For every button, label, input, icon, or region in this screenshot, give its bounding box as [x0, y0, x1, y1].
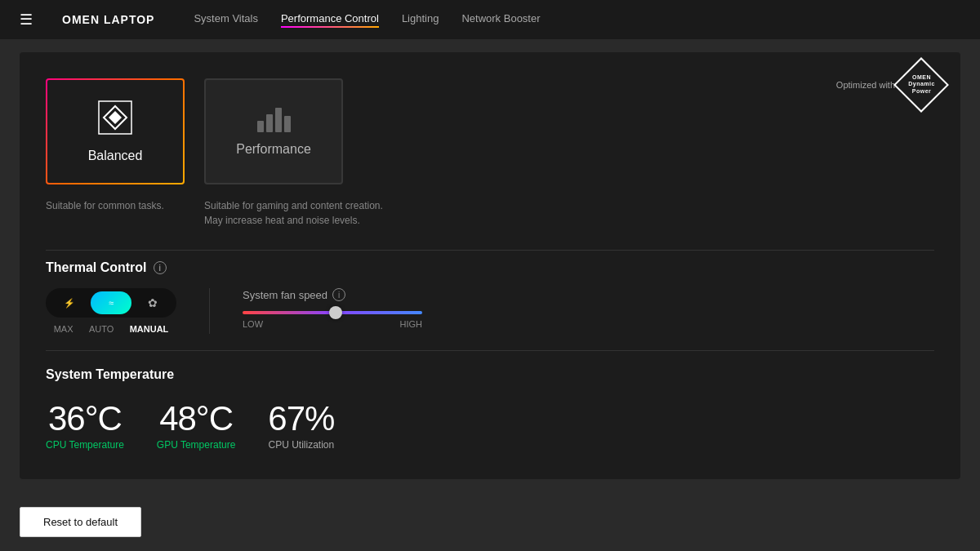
toggle-label-manual: MANUAL	[130, 324, 169, 334]
fan-slider-minmax: LOW HIGH	[243, 319, 422, 329]
nav-links: System Vitals Performance Control Lighti…	[194, 12, 540, 28]
cpu-temp-label: CPU Temperature	[46, 439, 124, 451]
fan-slider-track	[243, 311, 422, 314]
cpu-util-label: CPU Utilization	[269, 439, 335, 451]
section-divider-1	[46, 250, 934, 251]
nav-performance-control[interactable]: Performance Control	[281, 12, 379, 28]
cpu-temp-value: 36°C	[48, 402, 122, 436]
system-temp-title: System Temperature	[46, 367, 934, 382]
thermal-left: ⚡ ≈ ✿ MAX AUTO MANUAL	[46, 288, 210, 334]
performance-description: Suitable for gaming and content creation…	[204, 200, 383, 226]
main-wrapper: Optimized with OMEN Dynamic Power	[0, 39, 980, 492]
omen-diamond-logo: OMEN Dynamic Power	[893, 57, 949, 113]
performance-label: Performance	[236, 142, 311, 157]
mode-card-balanced[interactable]: Balanced	[46, 78, 185, 184]
nav-lighting[interactable]: Lighting	[402, 12, 439, 28]
toggle-auto[interactable]: ≈	[91, 291, 132, 314]
fan-speed-info-icon[interactable]: i	[332, 288, 345, 301]
toggle-manual[interactable]: ✿	[131, 291, 173, 314]
gpu-temp-label: GPU Temperature	[157, 439, 236, 451]
reset-button[interactable]: Reset to default	[20, 507, 141, 537]
omen-logo-line3: Power	[908, 88, 935, 95]
performance-modes: Balanced Performance	[46, 78, 934, 184]
omen-logo-line2: Dynamic	[908, 82, 935, 88]
toggle-auto-label: ≈	[109, 298, 114, 308]
section-divider-2	[46, 350, 934, 351]
fan-slider-thumb	[329, 306, 342, 319]
top-navigation: ☰ OMEN LAPTOP System Vitals Performance …	[0, 0, 980, 39]
toggle-label-auto: AUTO	[89, 324, 114, 334]
thermal-section-title: Thermal Control i	[46, 260, 934, 275]
performance-icon	[257, 106, 291, 132]
temp-cpu: 36°C CPU Temperature	[46, 402, 124, 451]
optimized-text: Optimized with	[836, 79, 895, 91]
balanced-icon	[97, 100, 133, 139]
omen-logo-line1: OMEN	[908, 74, 935, 81]
system-temp-title-text: System Temperature	[46, 367, 174, 382]
temp-gpu: 48°C GPU Temperature	[157, 402, 236, 451]
thermal-title-text: Thermal Control	[46, 260, 147, 275]
brand-name: OMEN LAPTOP	[62, 13, 154, 26]
mode-card-performance[interactable]: Performance	[204, 78, 343, 184]
fan-speed-max: HIGH	[400, 319, 423, 329]
thermal-info-icon[interactable]: i	[154, 261, 167, 274]
gpu-temp-value: 48°C	[159, 402, 233, 436]
balanced-label: Balanced	[88, 149, 143, 163]
cpu-util-value: 67%	[268, 402, 334, 436]
toggle-manual-icon: ✿	[148, 296, 158, 309]
fan-speed-label-text: System fan speed	[243, 289, 327, 301]
footer-bar: Reset to default	[0, 492, 980, 551]
temp-row: 36°C CPU Temperature 48°C GPU Temperatur…	[46, 402, 934, 451]
fan-slider-container[interactable]: LOW HIGH	[243, 311, 422, 329]
thermal-row: ⚡ ≈ ✿ MAX AUTO MANUAL	[46, 288, 934, 334]
balanced-description: Suitable for common tasks.	[46, 200, 164, 211]
temp-cpu-util: 67% CPU Utilization	[268, 402, 334, 451]
svg-marker-2	[109, 111, 122, 124]
optimized-badge: Optimized with OMEN Dynamic Power	[836, 65, 941, 104]
nav-network-booster[interactable]: Network Booster	[461, 12, 540, 28]
toggle-labels: MAX AUTO MANUAL	[46, 324, 176, 334]
nav-system-vitals[interactable]: System Vitals	[194, 12, 258, 28]
toggle-label-max: MAX	[54, 324, 74, 334]
thermal-right: System fan speed i LOW HIGH	[210, 288, 934, 329]
toggle-max-label: ⚡	[64, 298, 75, 309]
content-panel: Optimized with OMEN Dynamic Power	[20, 52, 960, 479]
fan-speed-label: System fan speed i	[243, 288, 934, 301]
thermal-toggle-group[interactable]: ⚡ ≈ ✿	[46, 288, 176, 318]
omen-diamond-inner: OMEN Dynamic Power	[908, 74, 935, 95]
fan-speed-min: LOW	[243, 319, 263, 329]
toggle-max[interactable]: ⚡	[49, 291, 91, 314]
hamburger-icon[interactable]: ☰	[20, 11, 33, 29]
